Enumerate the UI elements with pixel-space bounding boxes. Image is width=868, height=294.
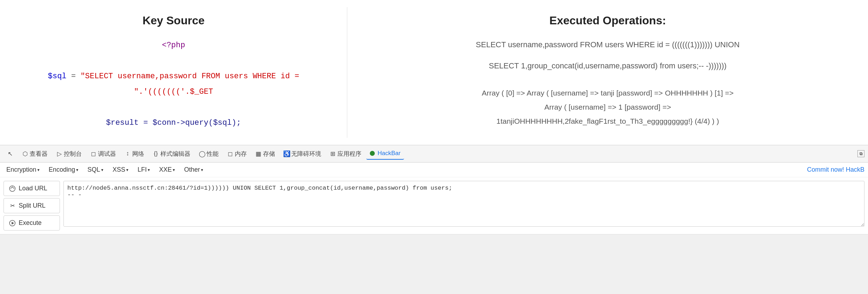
encryption-chevron: ▾	[37, 167, 39, 172]
style-editor-icon: {}	[153, 151, 159, 157]
executed-sql-line2: SELECT 1,group_concat(id,username,passwo…	[368, 59, 847, 73]
inspector-label: 查看器	[30, 150, 48, 158]
storage-icon: ▦	[255, 151, 262, 157]
split-url-label: Split URL	[19, 202, 45, 209]
other-chevron: ▾	[201, 167, 203, 172]
split-url-icon: ✂	[9, 202, 16, 209]
hackbar-content-area: Load URL ✂ Split URL Execute	[0, 177, 868, 234]
svg-marker-2	[12, 222, 14, 225]
split-url-button[interactable]: ✂ Split URL	[4, 198, 60, 213]
xss-chevron: ▾	[126, 167, 128, 172]
devtools-inspector[interactable]: ⬡ 查看器	[18, 148, 51, 160]
devtools-memory[interactable]: ◻ 内存	[224, 148, 250, 160]
execute-button[interactable]: Execute	[4, 215, 60, 231]
cursor-icon: ↖	[7, 151, 13, 157]
key-source-panel: Key Source <?php $sql = "SELECT username…	[0, 7, 347, 138]
menu-xss[interactable]: XSS ▾	[110, 165, 131, 175]
executed-ops-panel: Executed Operations: SELECT username,pas…	[347, 7, 868, 138]
accessibility-icon: ♿	[283, 151, 290, 157]
devtools-application[interactable]: ⊞ 应用程序	[326, 148, 365, 160]
load-url-label: Load URL	[19, 185, 47, 192]
sql-label: SQL	[87, 166, 100, 173]
menu-other[interactable]: Other ▾	[181, 165, 206, 175]
menu-xxe[interactable]: XXE ▾	[156, 165, 178, 175]
encoding-chevron: ▾	[76, 167, 78, 172]
debugger-label: 调试器	[98, 150, 116, 158]
executed-sql-line1: SELECT username,password FROM users WHER…	[368, 38, 847, 52]
array-result-line3: 1tanjiOHHHHHHHH,2fake_flagF1rst_to_Th3_e…	[368, 114, 847, 128]
console-icon: ▷	[56, 151, 62, 157]
hackbar-url-input[interactable]	[63, 181, 864, 227]
sql-code-line: $sql = "SELECT username,password FROM us…	[14, 69, 333, 100]
application-label: 应用程序	[337, 150, 361, 158]
devtools-console[interactable]: ▷ 控制台	[53, 148, 85, 160]
array-result-line2: Array ( [username] => 1 [password] =>	[368, 100, 847, 114]
commit-now-label: Commit now! HackB	[807, 166, 864, 173]
devtools-debugger[interactable]: ◻ 调试器	[87, 148, 120, 160]
devtools-hackbar[interactable]: HackBar	[366, 148, 404, 160]
network-icon: ↕	[124, 151, 131, 157]
sql-chevron: ▾	[101, 167, 103, 172]
hackbar-action-buttons: Load URL ✂ Split URL Execute	[4, 181, 60, 231]
encoding-label: Encoding	[49, 166, 75, 173]
devtools-storage[interactable]: ▦ 存储	[252, 148, 279, 160]
accessibility-label: 无障碍环境	[291, 150, 321, 158]
memory-icon: ◻	[227, 151, 233, 157]
devtools-network[interactable]: ↕ 网络	[121, 148, 148, 160]
menu-sql[interactable]: SQL ▾	[85, 165, 106, 175]
menu-encoding[interactable]: Encoding ▾	[46, 165, 81, 175]
memory-label: 内存	[235, 150, 247, 158]
application-icon: ⊞	[330, 151, 336, 157]
devtools-accessibility[interactable]: ♿ 无障碍环境	[280, 148, 325, 160]
other-label: Other	[184, 166, 200, 173]
execute-label: Execute	[19, 219, 42, 227]
hackbar-panel: Encryption ▾ Encoding ▾ SQL ▾ XSS ▾ LFI …	[0, 163, 868, 234]
storage-label: 存储	[263, 150, 275, 158]
load-url-button[interactable]: Load URL	[4, 181, 60, 196]
encryption-label: Encryption	[6, 166, 36, 173]
devtools-style-editor[interactable]: {} 样式编辑器	[149, 148, 194, 160]
hackbar-tab-label: HackBar	[378, 150, 401, 157]
hackbar-dot-icon	[370, 151, 375, 156]
xxe-chevron: ▾	[173, 167, 175, 172]
executed-ops-title: Executed Operations:	[368, 14, 847, 27]
menu-lfi[interactable]: LFI ▾	[135, 165, 153, 175]
execute-icon	[9, 220, 16, 227]
devtools-cursor[interactable]: ↖	[4, 148, 17, 159]
devtools-window-button[interactable]: ⧉	[857, 150, 864, 157]
load-url-icon	[9, 185, 16, 192]
hackbar-menu-bar: Encryption ▾ Encoding ▾ SQL ▾ XSS ▾ LFI …	[0, 163, 868, 177]
devtools-bar: ↖ ⬡ 查看器 ▷ 控制台 ◻ 调试器 ↕ 网络 {} 样式编辑器 ◯ 性能 ◻…	[0, 145, 868, 163]
performance-label: 性能	[207, 150, 219, 158]
result-code-line: $result = $conn->query($sql);	[14, 115, 333, 131]
console-label: 控制台	[64, 150, 82, 158]
php-tag: <?php	[14, 38, 333, 53]
commit-now-button[interactable]: Commit now! HackB	[807, 166, 864, 173]
lfi-label: LFI	[137, 166, 147, 173]
devtools-performance[interactable]: ◯ 性能	[195, 148, 222, 160]
menu-encryption[interactable]: Encryption ▾	[4, 165, 42, 175]
xss-label: XSS	[112, 166, 125, 173]
inspector-icon: ⬡	[22, 151, 28, 157]
lfi-chevron: ▾	[148, 167, 150, 172]
key-source-title: Key Source	[14, 14, 333, 27]
style-editor-label: 样式编辑器	[160, 150, 190, 158]
network-label: 网络	[132, 150, 144, 158]
debugger-icon: ◻	[90, 151, 97, 157]
array-result-line1: Array ( [0] => Array ( [username] => tan…	[368, 86, 847, 100]
xxe-label: XXE	[159, 166, 172, 173]
performance-icon: ◯	[199, 151, 205, 157]
